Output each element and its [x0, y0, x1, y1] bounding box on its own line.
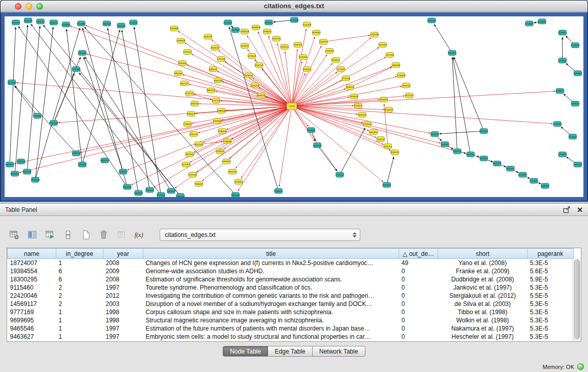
svg-text:8163042: 8163042: [427, 19, 437, 22]
svg-text:1775172: 1775172: [335, 173, 344, 176]
network-view-window: citations_edges.txt 17240119668222480581…: [0, 0, 588, 202]
svg-text:1748303: 1748303: [397, 74, 406, 77]
svg-text:1273541: 1273541: [217, 58, 226, 60]
svg-text:1292542: 1292542: [72, 152, 81, 155]
svg-text:1905197: 1905197: [466, 153, 475, 156]
svg-text:5572302: 5572302: [290, 19, 299, 21]
function-builder-icon[interactable]: f(x): [134, 229, 146, 241]
table-row[interactable]: 946554611997Estimation of the future num…: [8, 324, 574, 333]
svg-text:1154908: 1154908: [571, 44, 580, 47]
vertical-scrollbar[interactable]: [573, 258, 581, 341]
table-row[interactable]: 1830029562008Estimation of significance …: [8, 275, 574, 283]
tab-edge-table[interactable]: Edge Table: [268, 346, 313, 357]
svg-text:1558312: 1558312: [325, 50, 334, 52]
column-header[interactable]: name: [8, 249, 56, 259]
window-titlebar[interactable]: citations_edges.txt: [1, 1, 587, 12]
column-header[interactable]: in_degree: [56, 249, 103, 259]
svg-text:2258112: 2258112: [216, 150, 225, 152]
node-table: namein_degreeyeartitle△ out_de…shortpage…: [7, 248, 581, 342]
svg-text:1318202: 1318202: [245, 74, 254, 77]
svg-text:9275162: 9275162: [188, 173, 198, 176]
svg-text:1221397: 1221397: [378, 43, 387, 46]
svg-text:1963172: 1963172: [319, 40, 328, 43]
delete-table-icon[interactable]: [98, 229, 110, 241]
selected-network-table: citations_edges.txt: [165, 231, 353, 238]
svg-text:1958121: 1958121: [293, 43, 302, 46]
svg-text:1664734: 1664734: [448, 52, 457, 54]
svg-text:1905102: 1905102: [176, 195, 185, 197]
svg-text:9245197: 9245197: [541, 185, 550, 187]
svg-text:1816442: 1816442: [350, 95, 359, 98]
svg-text:1635022: 1635022: [61, 24, 71, 26]
close-panel-icon[interactable]: ✕: [577, 206, 583, 213]
svg-text:7777142: 7777142: [341, 77, 351, 80]
svg-text:3867112: 3867112: [207, 89, 215, 92]
svg-text:2620542: 2620542: [117, 25, 126, 27]
svg-text:1145302: 1145302: [218, 130, 227, 133]
table-body: 1872400712008Changes of HCN gene express…: [8, 259, 574, 341]
svg-text:1656102: 1656102: [204, 35, 213, 38]
svg-text:1775442: 1775442: [558, 153, 568, 156]
table-row[interactable]: 911546021997Tourette syndrome. Phenomeno…: [8, 283, 574, 292]
table-row[interactable]: 1938455462009Genome-wide association stu…: [8, 267, 574, 275]
panel-title: Table Panel: [5, 206, 37, 213]
row-tools-icon[interactable]: [62, 229, 74, 241]
svg-text:1154842: 1154842: [525, 23, 534, 25]
svg-text:1830022: 1830022: [187, 113, 196, 115]
column-header[interactable]: △ out_de…: [399, 249, 438, 259]
column-header[interactable]: pagerank: [528, 249, 574, 259]
svg-text:1453112: 1453112: [190, 102, 199, 105]
combo-stepper-icon: [353, 232, 358, 237]
svg-text:1595812: 1595812: [556, 90, 565, 92]
svg-text:5905172: 5905172: [100, 159, 110, 162]
table-row[interactable]: 1872400712008Changes of HCN gene express…: [8, 259, 574, 268]
svg-text:1093522: 1093522: [5, 163, 14, 166]
svg-text:1171442: 1171442: [569, 136, 577, 138]
window-title: citations_edges.txt: [1, 2, 587, 10]
svg-text:1624812: 1624812: [571, 102, 580, 105]
create-table-icon[interactable]: [80, 229, 92, 241]
svg-text:2620591: 2620591: [24, 19, 33, 22]
svg-text:1575402: 1575402: [182, 163, 191, 166]
table-row[interactable]: 1456911722003Disruption of a novel membe…: [8, 300, 574, 308]
svg-text:1420041: 1420041: [241, 45, 250, 47]
table-row[interactable]: 969969511998Structural magnetic resonanc…: [8, 316, 574, 324]
table-settings-icon[interactable]: [8, 229, 20, 241]
column-visibility-icon[interactable]: [26, 229, 38, 241]
column-header[interactable]: short: [438, 249, 528, 259]
float-panel-icon[interactable]: [563, 206, 571, 213]
svg-text:1784212: 1784212: [36, 20, 45, 23]
table-row[interactable]: 977716911998Corpus callosum shape and si…: [8, 308, 574, 316]
table-row[interactable]: 2242004622012Investigating the contribut…: [8, 292, 574, 300]
svg-text:1160427: 1160427: [379, 98, 388, 101]
svg-text:9156251: 9156251: [298, 56, 308, 58]
table-row[interactable]: 946362711997Embryonic stem cells: a mode…: [8, 333, 574, 341]
column-header[interactable]: year: [103, 249, 143, 259]
svg-text:1275141: 1275141: [183, 51, 192, 53]
svg-text:1604271: 1604271: [345, 86, 355, 89]
svg-text:1677147: 1677147: [405, 94, 414, 97]
svg-text:1914597: 1914597: [506, 167, 515, 170]
scrollbar-thumb[interactable]: [574, 259, 580, 339]
tab-node-table[interactable]: Node Table: [223, 346, 268, 357]
svg-text:2620012: 2620012: [123, 186, 132, 188]
svg-text:1453442: 1453442: [573, 72, 582, 75]
graph-canvas-area[interactable]: 1724011966822248058127514111420047851102…: [5, 16, 583, 197]
tab-network-table[interactable]: Network Table: [313, 346, 365, 357]
table-header-row: namein_degreeyeartitle△ out_de…shortpage…: [8, 249, 574, 259]
svg-text:9245097: 9245097: [493, 162, 502, 165]
svg-text:2204062: 2204062: [213, 120, 222, 122]
svg-text:2260518: 2260518: [241, 30, 250, 33]
svg-text:1696091: 1696091: [263, 30, 272, 33]
svg-text:1775197: 1775197: [530, 180, 539, 182]
column-header[interactable]: title: [143, 249, 399, 259]
graph-canvas[interactable]: 1724011966822248058127514111420047851102…: [5, 16, 583, 197]
svg-text:7795722: 7795722: [376, 138, 385, 141]
network-table-selector[interactable]: citations_edges.txt: [160, 229, 360, 241]
svg-text:7160442: 7160442: [194, 183, 204, 185]
svg-text:7625402: 7625402: [185, 153, 194, 156]
svg-text:1777147: 1777147: [336, 68, 345, 71]
merge-table-icon[interactable]: [116, 229, 128, 241]
svg-text:1142004: 1142004: [178, 62, 187, 64]
import-table-icon[interactable]: [44, 229, 56, 241]
